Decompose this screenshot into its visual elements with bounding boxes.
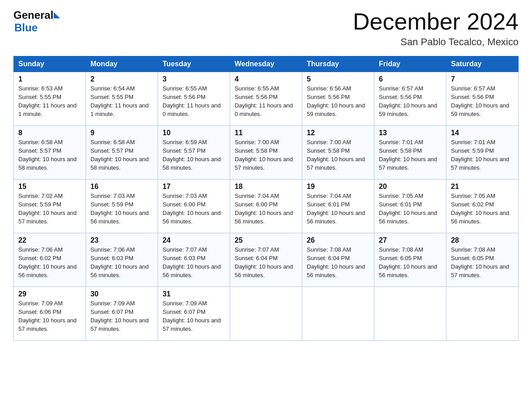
day-info: Sunrise: 7:08 AMSunset: 6:05 PMDaylight:…	[379, 246, 442, 279]
calendar-week-row: 29Sunrise: 7:09 AMSunset: 6:06 PMDayligh…	[14, 287, 519, 341]
day-number: 19	[307, 183, 369, 191]
day-info: Sunrise: 7:05 AMSunset: 6:01 PMDaylight:…	[379, 192, 442, 226]
calendar-cell: 5Sunrise: 6:56 AMSunset: 5:56 PMDaylight…	[302, 72, 374, 126]
calendar-cell: 2Sunrise: 6:54 AMSunset: 5:55 PMDaylight…	[86, 72, 158, 126]
day-info: Sunrise: 7:09 AMSunset: 6:07 PMDaylight:…	[163, 300, 225, 333]
calendar-cell: 4Sunrise: 6:55 AMSunset: 5:56 PMDaylight…	[230, 72, 302, 126]
calendar-header-row: SundayMondayTuesdayWednesdayThursdayFrid…	[14, 56, 519, 72]
day-info: Sunrise: 6:53 AMSunset: 5:55 PMDaylight:…	[18, 85, 81, 118]
day-info: Sunrise: 6:54 AMSunset: 5:55 PMDaylight:…	[90, 85, 153, 118]
day-number: 4	[235, 75, 297, 83]
day-number: 28	[451, 236, 514, 244]
day-number: 14	[451, 129, 514, 137]
day-number: 27	[379, 236, 442, 244]
day-info: Sunrise: 7:04 AMSunset: 6:00 PMDaylight:…	[235, 192, 297, 226]
calendar-cell: 28Sunrise: 7:08 AMSunset: 6:05 PMDayligh…	[446, 233, 519, 287]
calendar-cell: 6Sunrise: 6:57 AMSunset: 5:56 PMDaylight…	[374, 72, 446, 126]
title-area: December 2024 San Pablo Tecalco, Mexico	[353, 9, 519, 48]
column-header-sunday: Sunday	[14, 56, 86, 72]
day-info: Sunrise: 7:05 AMSunset: 6:02 PMDaylight:…	[451, 192, 514, 226]
calendar-cell: 24Sunrise: 7:07 AMSunset: 6:03 PMDayligh…	[158, 233, 230, 287]
calendar-cell: 15Sunrise: 7:02 AMSunset: 5:59 PMDayligh…	[14, 180, 86, 233]
day-info: Sunrise: 7:01 AMSunset: 5:58 PMDaylight:…	[379, 138, 442, 172]
day-number: 12	[307, 129, 369, 137]
day-number: 31	[163, 290, 225, 298]
calendar-cell: 16Sunrise: 7:03 AMSunset: 5:59 PMDayligh…	[86, 180, 158, 233]
day-info: Sunrise: 6:58 AMSunset: 5:57 PMDaylight:…	[90, 138, 153, 172]
day-info: Sunrise: 7:09 AMSunset: 6:06 PMDaylight:…	[18, 300, 81, 333]
day-number: 21	[451, 183, 514, 191]
column-header-tuesday: Tuesday	[158, 56, 230, 72]
calendar-cell: 12Sunrise: 7:00 AMSunset: 5:58 PMDayligh…	[302, 126, 374, 180]
day-number: 30	[90, 290, 153, 298]
column-header-saturday: Saturday	[446, 56, 519, 72]
day-info: Sunrise: 7:01 AMSunset: 5:59 PMDaylight:…	[451, 138, 514, 172]
day-number: 7	[451, 75, 514, 83]
day-info: Sunrise: 7:09 AMSunset: 6:07 PMDaylight:…	[90, 300, 153, 333]
day-info: Sunrise: 7:06 AMSunset: 6:03 PMDaylight:…	[90, 246, 153, 279]
day-info: Sunrise: 6:59 AMSunset: 5:57 PMDaylight:…	[163, 138, 225, 172]
day-number: 11	[235, 129, 297, 137]
day-number: 18	[235, 183, 297, 191]
calendar-cell: 14Sunrise: 7:01 AMSunset: 5:59 PMDayligh…	[446, 126, 519, 180]
calendar-week-row: 15Sunrise: 7:02 AMSunset: 5:59 PMDayligh…	[14, 180, 519, 233]
day-info: Sunrise: 6:55 AMSunset: 5:56 PMDaylight:…	[235, 85, 297, 118]
day-number: 1	[18, 75, 81, 83]
day-info: Sunrise: 7:04 AMSunset: 6:01 PMDaylight:…	[307, 192, 369, 226]
month-title: December 2024	[353, 9, 519, 34]
day-number: 8	[18, 129, 81, 137]
column-header-monday: Monday	[86, 56, 158, 72]
day-number: 16	[90, 183, 153, 191]
day-info: Sunrise: 6:57 AMSunset: 5:56 PMDaylight:…	[451, 85, 514, 118]
calendar-cell: 18Sunrise: 7:04 AMSunset: 6:00 PMDayligh…	[230, 180, 302, 233]
calendar-cell: 20Sunrise: 7:05 AMSunset: 6:01 PMDayligh…	[374, 180, 446, 233]
day-number: 13	[379, 129, 442, 137]
day-info: Sunrise: 7:03 AMSunset: 6:00 PMDaylight:…	[163, 192, 225, 226]
calendar-cell: 23Sunrise: 7:06 AMSunset: 6:03 PMDayligh…	[86, 233, 158, 287]
day-number: 6	[379, 75, 442, 83]
day-number: 10	[163, 129, 225, 137]
location-subtitle: San Pablo Tecalco, Mexico	[353, 36, 519, 48]
calendar-cell: 30Sunrise: 7:09 AMSunset: 6:07 PMDayligh…	[86, 287, 158, 341]
calendar-cell: 11Sunrise: 7:00 AMSunset: 5:58 PMDayligh…	[230, 126, 302, 180]
calendar-cell: 13Sunrise: 7:01 AMSunset: 5:58 PMDayligh…	[374, 126, 446, 180]
day-number: 22	[18, 236, 81, 244]
calendar-week-row: 1Sunrise: 6:53 AMSunset: 5:55 PMDaylight…	[14, 72, 519, 126]
day-number: 9	[90, 129, 153, 137]
calendar-cell: 25Sunrise: 7:07 AMSunset: 6:04 PMDayligh…	[230, 233, 302, 287]
day-number: 24	[163, 236, 225, 244]
calendar-cell: 31Sunrise: 7:09 AMSunset: 6:07 PMDayligh…	[158, 287, 230, 341]
day-info: Sunrise: 7:07 AMSunset: 6:04 PMDaylight:…	[235, 246, 297, 279]
day-number: 3	[163, 75, 225, 83]
column-header-thursday: Thursday	[302, 56, 374, 72]
calendar-cell: 26Sunrise: 7:08 AMSunset: 6:04 PMDayligh…	[302, 233, 374, 287]
calendar-cell: 17Sunrise: 7:03 AMSunset: 6:00 PMDayligh…	[158, 180, 230, 233]
day-number: 29	[18, 290, 81, 298]
day-number: 26	[307, 236, 369, 244]
calendar-cell: 27Sunrise: 7:08 AMSunset: 6:05 PMDayligh…	[374, 233, 446, 287]
column-header-friday: Friday	[374, 56, 446, 72]
calendar-cell: 10Sunrise: 6:59 AMSunset: 5:57 PMDayligh…	[158, 126, 230, 180]
day-number: 5	[307, 75, 369, 83]
calendar-week-row: 8Sunrise: 6:58 AMSunset: 5:57 PMDaylight…	[14, 126, 519, 180]
day-info: Sunrise: 7:07 AMSunset: 6:03 PMDaylight:…	[163, 246, 225, 279]
calendar-cell: 19Sunrise: 7:04 AMSunset: 6:01 PMDayligh…	[302, 180, 374, 233]
day-number: 2	[90, 75, 153, 83]
calendar-cell: 8Sunrise: 6:58 AMSunset: 5:57 PMDaylight…	[14, 126, 86, 180]
day-info: Sunrise: 7:03 AMSunset: 5:59 PMDaylight:…	[90, 192, 153, 226]
logo-triangle-icon	[54, 12, 60, 18]
calendar-table: SundayMondayTuesdayWednesdayThursdayFrid…	[13, 56, 519, 341]
calendar-cell: 7Sunrise: 6:57 AMSunset: 5:56 PMDaylight…	[446, 72, 519, 126]
day-info: Sunrise: 7:06 AMSunset: 6:02 PMDaylight:…	[18, 246, 81, 279]
calendar-cell	[230, 287, 302, 341]
calendar-cell: 9Sunrise: 6:58 AMSunset: 5:57 PMDaylight…	[86, 126, 158, 180]
day-number: 15	[18, 183, 81, 191]
column-header-wednesday: Wednesday	[230, 56, 302, 72]
page-header: General Blue December 2024 San Pablo Tec…	[13, 9, 519, 48]
day-info: Sunrise: 7:00 AMSunset: 5:58 PMDaylight:…	[235, 138, 297, 172]
calendar-cell: 22Sunrise: 7:06 AMSunset: 6:02 PMDayligh…	[14, 233, 86, 287]
day-number: 23	[90, 236, 153, 244]
day-info: Sunrise: 7:00 AMSunset: 5:58 PMDaylight:…	[307, 138, 369, 172]
calendar-cell: 3Sunrise: 6:55 AMSunset: 5:56 PMDaylight…	[158, 72, 230, 126]
calendar-cell	[374, 287, 446, 341]
